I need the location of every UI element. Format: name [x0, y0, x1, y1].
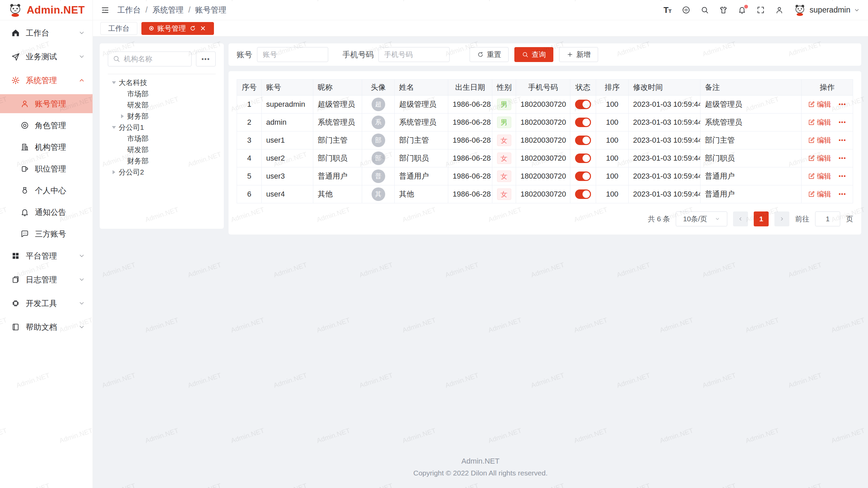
sidebar-item-profile-center[interactable]: 个人中心 — [0, 181, 93, 200]
tree-node[interactable]: 研发部 — [108, 144, 216, 155]
status-toggle[interactable] — [575, 154, 591, 163]
sidebar-item-system-mgmt[interactable]: 系统管理 — [0, 70, 93, 90]
tab-workbench[interactable]: 工作台 — [100, 22, 137, 35]
theme-icon[interactable] — [719, 5, 728, 15]
tree-node-label: 分公司2 — [119, 167, 144, 177]
more-actions-button[interactable]: ••• — [839, 119, 846, 126]
lock-user-icon[interactable] — [775, 5, 784, 15]
tree-node[interactable]: 市场部 — [108, 133, 216, 144]
status-toggle[interactable] — [575, 136, 591, 145]
sidebar-item-dev-tools[interactable]: 开发工具 — [0, 293, 93, 313]
prev-page-button[interactable] — [733, 211, 748, 226]
edit-button[interactable]: 编辑 — [808, 171, 831, 181]
sidebar-item-role-mgmt[interactable]: 角色管理 — [0, 116, 93, 135]
tree-node[interactable]: 分公司1 — [108, 122, 216, 133]
tree-node[interactable]: 财务部 — [108, 110, 216, 122]
cell-order: 100 — [596, 131, 629, 149]
cell-gender: 男 — [492, 96, 516, 114]
table-row: 5 user3 普通用户 普 普通用户 1986-06-28 女 1802003… — [237, 167, 853, 185]
cell-phone: 18020030720 — [516, 149, 570, 167]
sidebar-item-notice[interactable]: 通知公告 — [0, 203, 93, 222]
chip-icon — [11, 299, 20, 308]
org-search-input[interactable] — [108, 52, 192, 66]
chevron-down-icon — [715, 216, 720, 222]
fullscreen-icon[interactable] — [756, 5, 766, 15]
caret-expanded-icon[interactable] — [111, 80, 117, 85]
edit-button[interactable]: 编辑 — [808, 100, 831, 109]
user-menu[interactable]: superadmin — [793, 4, 860, 17]
app-root: Admin.NET 工作台 业务测试 系统管理 账号管理 — [0, 0, 868, 488]
sidebar-item-org-mgmt[interactable]: 机构管理 — [0, 138, 93, 157]
sidebar-item-platform-mgmt[interactable]: 平台管理 — [0, 246, 93, 266]
collapse-sidebar-icon[interactable] — [100, 5, 110, 15]
font-size-icon[interactable]: TT — [663, 5, 672, 15]
caret-expanded-icon[interactable] — [111, 125, 117, 130]
add-button[interactable]: 新增 — [559, 47, 598, 62]
refresh-icon[interactable] — [190, 25, 196, 32]
search-icon[interactable] — [700, 5, 710, 15]
current-page-button[interactable]: 1 — [754, 211, 769, 226]
notification-icon[interactable] — [737, 5, 747, 15]
chevron-down-icon — [78, 252, 85, 259]
column-header: 备注 — [701, 80, 802, 96]
avatar — [793, 4, 806, 17]
chevron-up-icon — [78, 77, 85, 84]
grid-icon — [11, 251, 20, 260]
breadcrumb-item-system-mgmt[interactable]: 系统管理 — [152, 5, 183, 15]
account-input[interactable] — [257, 47, 328, 62]
caret-collapsed-icon[interactable] — [111, 169, 117, 175]
tree-node-label: 大名科技 — [119, 78, 147, 87]
language-icon[interactable]: 中 — [682, 5, 691, 15]
cell-name: 普通用户 — [395, 167, 448, 185]
edit-button[interactable]: 编辑 — [808, 189, 831, 199]
sidebar-item-business-test[interactable]: 业务测试 — [0, 47, 93, 66]
next-page-button[interactable] — [774, 211, 789, 226]
reset-button[interactable]: 重置 — [470, 47, 509, 62]
status-toggle[interactable] — [575, 171, 591, 181]
edit-button[interactable]: 编辑 — [808, 154, 831, 163]
app-logo[interactable]: Admin.NET — [0, 0, 93, 20]
more-actions-button[interactable]: ••• — [839, 101, 846, 108]
book-icon — [11, 323, 20, 331]
page-size-select[interactable]: 10条/页 — [676, 211, 727, 226]
cell-gender: 女 — [492, 185, 516, 203]
pagination: 共 6 条 10条/页 1 前往 页 — [237, 211, 853, 226]
edit-button[interactable]: 编辑 — [808, 118, 831, 127]
tree-node[interactable]: 分公司2 — [108, 166, 216, 178]
sidebar-item-help-docs[interactable]: 帮助文档 — [0, 317, 93, 337]
sidebar-item-third-party-account[interactable]: 三方账号 — [0, 224, 93, 243]
status-toggle[interactable] — [575, 118, 591, 127]
more-actions-button[interactable]: ••• — [839, 173, 846, 180]
close-icon[interactable] — [200, 25, 206, 32]
cell-avatar: 系 — [362, 114, 395, 131]
tree-node[interactable]: 财务部 — [108, 155, 216, 166]
edit-button[interactable]: 编辑 — [808, 136, 831, 145]
goto-page-input[interactable] — [815, 211, 840, 226]
status-toggle[interactable] — [575, 100, 591, 109]
more-actions-button[interactable]: ••• — [839, 155, 846, 162]
tree-more-button[interactable]: ••• — [196, 52, 216, 66]
search-button[interactable]: 查询 — [514, 47, 553, 62]
caret-placeholder — [120, 158, 125, 164]
caret-collapsed-icon[interactable] — [120, 114, 125, 119]
tree-node[interactable]: 大名科技 — [108, 77, 216, 88]
sidebar-item-log-mgmt[interactable]: 日志管理 — [0, 270, 93, 289]
sidebar-item-position-mgmt[interactable]: 职位管理 — [0, 159, 93, 178]
table-row: 2 admin 系统管理员 系 系统管理员 1986-06-28 男 18020… — [237, 114, 853, 131]
status-toggle[interactable] — [575, 189, 591, 199]
breadcrumb-item-workbench[interactable]: 工作台 — [117, 5, 141, 15]
tab-account-mgmt[interactable]: 账号管理 — [141, 22, 214, 35]
sidebar-item-account-mgmt[interactable]: 账号管理 — [0, 94, 93, 113]
tree-node[interactable]: 研发部 — [108, 99, 216, 110]
cell-status — [570, 167, 596, 185]
more-actions-button[interactable]: ••• — [839, 191, 846, 198]
cell-account: superadmin — [262, 96, 313, 114]
tree-node[interactable]: 市场部 — [108, 88, 216, 99]
phone-input[interactable] — [378, 47, 450, 62]
cell-status — [570, 131, 596, 149]
more-actions-button[interactable]: ••• — [839, 137, 846, 144]
cell-actions: 编辑 ••• — [802, 185, 853, 203]
username: superadmin — [810, 5, 850, 15]
caret-placeholder — [120, 136, 125, 141]
sidebar-item-workbench[interactable]: 工作台 — [0, 23, 93, 43]
